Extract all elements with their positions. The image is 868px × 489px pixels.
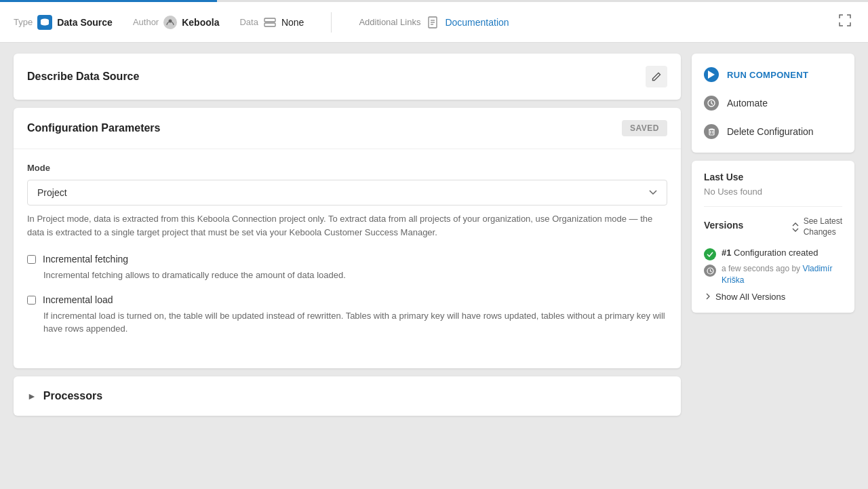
- additional-links-label: Additional Links: [359, 17, 420, 27]
- version-time-item: a few seconds ago by Vladimír Kriška: [704, 263, 842, 286]
- data-item: Data None: [239, 16, 304, 29]
- svg-rect-3: [264, 23, 275, 26]
- incremental-load-checkbox[interactable]: [27, 296, 36, 305]
- datasource-icon: [37, 15, 52, 30]
- show-all-label: Show All Versions: [715, 292, 785, 302]
- processors-card: ► Processors: [14, 376, 681, 416]
- incremental-fetching-group: Incremental fetching Incremental fetchin…: [27, 254, 667, 336]
- type-value: Data Source: [57, 17, 113, 28]
- edit-button[interactable]: [646, 66, 667, 87]
- info-card: Last Use No Uses found Versions See Late…: [692, 161, 854, 313]
- divider: [331, 12, 332, 33]
- config-card-header: Configuration Parameters SAVED: [14, 108, 681, 149]
- run-icon: [704, 67, 719, 82]
- config-card: Configuration Parameters SAVED Mode Proj…: [14, 108, 681, 368]
- left-panel: Describe Data Source Configuration Param…: [14, 54, 681, 416]
- last-use-title: Last Use: [704, 172, 842, 182]
- chevron-right-icon[interactable]: ►: [27, 391, 37, 402]
- right-panel: RUN COMPONENT Automate: [692, 54, 854, 416]
- data-label: Data: [239, 17, 258, 27]
- mode-select[interactable]: Project Organization: [27, 180, 667, 206]
- processors-title: Processors: [43, 390, 102, 402]
- incremental-load-desc: If incremental load is turned on, the ta…: [43, 309, 667, 336]
- type-item: Type Data Source: [14, 15, 113, 30]
- author-label: Author: [133, 17, 159, 27]
- incremental-fetching-item: Incremental fetching: [27, 254, 667, 265]
- automate-clock-icon: [704, 96, 719, 111]
- version-author-text: a few seconds ago by Vladimír Kriška: [722, 263, 842, 286]
- document-icon: [426, 16, 439, 29]
- describe-card: Describe Data Source: [14, 54, 681, 100]
- version-time: a few seconds ago by: [722, 264, 800, 273]
- progress-bar: [0, 0, 868, 2]
- run-component-label: RUN COMPONENT: [727, 70, 808, 80]
- data-value: None: [281, 17, 304, 28]
- incremental-fetching-desc: Incremental fetching allows to dramatica…: [43, 269, 667, 282]
- mode-label: Mode: [27, 163, 667, 173]
- see-latest-label: See LatestChanges: [804, 216, 842, 237]
- version-details: #1 Configuration created: [722, 247, 818, 259]
- describe-card-header: Describe Data Source: [14, 54, 681, 100]
- versions-header: Versions See LatestChanges: [704, 216, 842, 237]
- incremental-fetching-checkbox[interactable]: [27, 255, 36, 264]
- main-content: Describe Data Source Configuration Param…: [0, 43, 868, 427]
- version-clock-icon: [704, 265, 716, 277]
- see-latest-button[interactable]: See LatestChanges: [791, 216, 842, 237]
- type-label: Type: [14, 17, 33, 27]
- person-icon: [163, 16, 177, 29]
- author-item: Author Keboola: [133, 16, 220, 29]
- config-title: Configuration Parameters: [27, 122, 160, 134]
- svg-rect-10: [709, 130, 714, 135]
- actions-card: RUN COMPONENT Automate: [692, 54, 854, 153]
- storage-icon: [263, 16, 277, 29]
- versions-title: Versions: [704, 220, 743, 231]
- additional-links-section: Additional Links Documentation: [359, 16, 509, 29]
- expand-button[interactable]: [835, 11, 854, 33]
- divider-horizontal: [704, 206, 842, 207]
- version-number: #1: [722, 248, 731, 258]
- progress-bar-fill: [0, 0, 217, 2]
- author-value: Keboola: [182, 17, 219, 28]
- versions-section: Versions See LatestChanges: [704, 216, 842, 302]
- trash-icon: [704, 124, 719, 139]
- incremental-load-label[interactable]: Incremental load: [43, 294, 113, 305]
- saved-badge: SAVED: [622, 120, 667, 136]
- automate-label: Automate: [727, 98, 768, 109]
- version-text: #1 Configuration created: [722, 247, 818, 259]
- documentation-link[interactable]: Documentation: [445, 17, 509, 28]
- mode-description: In Project mode, data is extracted from …: [27, 212, 667, 239]
- incremental-load-item: Incremental load: [27, 294, 667, 305]
- show-all-versions-button[interactable]: Show All Versions: [704, 292, 785, 302]
- top-bar: Type Data Source Author Keboola Data: [0, 2, 868, 43]
- delete-config-action[interactable]: Delete Configuration: [692, 117, 854, 146]
- version-success-icon: [704, 248, 716, 260]
- delete-config-label: Delete Configuration: [727, 126, 814, 137]
- incremental-fetching-label[interactable]: Incremental fetching: [43, 254, 128, 265]
- config-params-body: Mode Project Organization In Project mod…: [14, 149, 681, 368]
- describe-title: Describe Data Source: [27, 71, 139, 83]
- automate-action[interactable]: Automate: [692, 89, 854, 117]
- svg-marker-8: [708, 71, 715, 79]
- run-component-action[interactable]: RUN COMPONENT: [692, 60, 854, 89]
- svg-rect-2: [264, 18, 275, 22]
- last-use-value: No Uses found: [704, 187, 842, 197]
- last-use-section: Last Use No Uses found: [704, 172, 842, 197]
- version-desc: Configuration created: [734, 248, 818, 258]
- version-item: #1 Configuration created: [704, 247, 842, 260]
